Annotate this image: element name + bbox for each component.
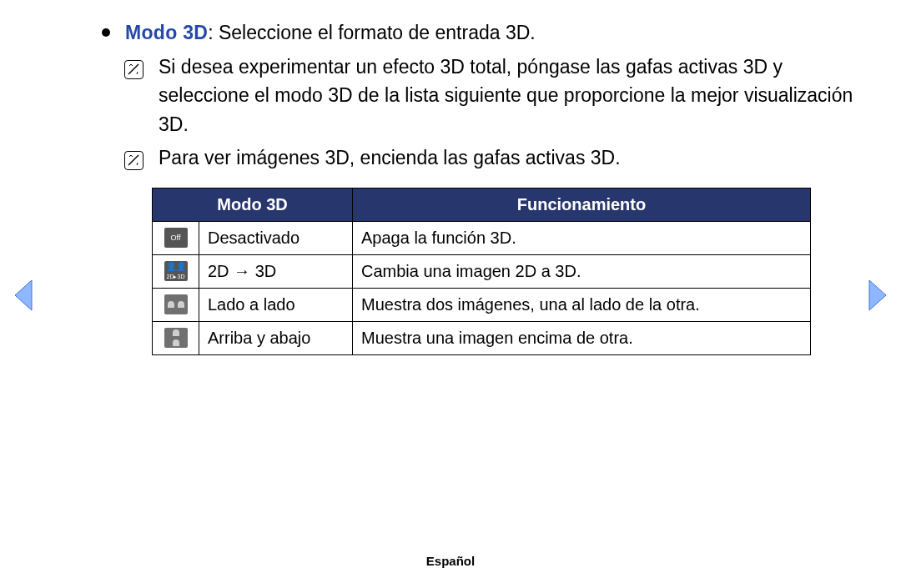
mode-name: 2D → 3D <box>199 254 353 288</box>
table-row: Arriba y abajo Muestra una imagen encima… <box>153 321 811 354</box>
table-row: 👤👤2D▸3D 2D → 3D Cambia una imagen 2D a 3… <box>153 254 811 288</box>
mode-description: Muestra una imagen encima de otra. <box>353 321 811 354</box>
mode-top-bottom-icon <box>164 328 188 348</box>
note-icon <box>124 151 143 170</box>
note-text: Para ver imágenes 3D, encienda las gafas… <box>159 143 868 173</box>
svg-marker-0 <box>15 280 32 310</box>
mode-name: Lado a lado <box>199 288 353 321</box>
next-page-button[interactable] <box>864 279 889 312</box>
bullet-icon <box>102 28 110 37</box>
mode-side-by-side-icon <box>164 294 188 314</box>
mode-description: Muestra dos imágenes, una al lado de la … <box>353 288 811 321</box>
table-header-op: Funcionamiento <box>353 188 811 221</box>
heading: Modo 3D: Seleccione el formato de entrad… <box>125 18 868 48</box>
table-row: Lado a lado Muestra dos imágenes, una al… <box>153 288 811 321</box>
prev-page-button[interactable] <box>12 279 37 312</box>
mode-2d3d-icon: 👤👤2D▸3D <box>164 261 188 281</box>
table-header-mode: Modo 3D <box>153 188 353 221</box>
footer-language: Español <box>0 554 901 568</box>
heading-term: Modo 3D <box>125 22 208 43</box>
modes-table: Modo 3D Funcionamiento Off Desactivado A… <box>152 188 811 355</box>
mode-name: Desactivado <box>199 221 353 254</box>
note-text: Si desea experimentar un efecto 3D total… <box>159 53 868 139</box>
note-icon <box>124 60 143 79</box>
mode-off-icon: Off <box>164 228 188 248</box>
mode-name: Arriba y abajo <box>199 321 353 354</box>
heading-rest: : Seleccione el formato de entrada 3D. <box>208 22 536 43</box>
mode-description: Cambia una imagen 2D a 3D. <box>353 254 811 288</box>
mode-description: Apaga la función 3D. <box>353 221 811 254</box>
svg-marker-1 <box>869 280 886 310</box>
table-row: Off Desactivado Apaga la función 3D. <box>153 221 811 254</box>
